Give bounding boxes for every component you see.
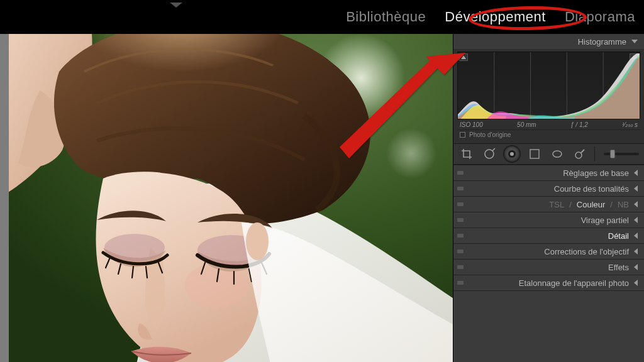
svg-line-31 <box>581 150 584 153</box>
hsl-tab-bw[interactable]: NB <box>618 200 629 209</box>
radial-filter-tool[interactable] <box>549 146 565 162</box>
svg-line-25 <box>492 148 495 151</box>
photo-canvas[interactable] <box>9 34 453 362</box>
panel-lens-label: Corrections de l'objectif <box>544 247 629 256</box>
panel-lens-corrections[interactable]: Corrections de l'objectif <box>453 244 644 259</box>
panel-effects-label: Effets <box>608 263 629 272</box>
chevron-left-icon <box>634 233 638 239</box>
svg-point-4 <box>386 128 436 178</box>
panel-switch-icon[interactable] <box>457 218 464 222</box>
panel-basic[interactable]: Règlages de base <box>453 165 644 180</box>
panel-split-toning-label: Virage partiel <box>581 216 629 225</box>
panel-tone-curve[interactable]: Courbe des tonalités <box>453 181 644 196</box>
panel-detail-label: Détail <box>608 231 629 241</box>
original-photo-checkbox[interactable] <box>460 132 465 138</box>
module-develop[interactable]: Développement <box>445 9 546 25</box>
panel-switch-icon[interactable] <box>457 171 464 175</box>
svg-point-19 <box>246 222 269 260</box>
local-adjustment-toolstrip <box>453 143 644 165</box>
panel-camera-calibration[interactable]: Etalonnage de l'appareil photo <box>453 275 644 290</box>
adjustment-brush-tool[interactable] <box>572 146 588 162</box>
module-slideshow[interactable]: Diaporama <box>565 9 635 25</box>
chevron-left-icon <box>634 217 638 223</box>
chevron-left-icon <box>634 248 638 255</box>
histogram-title: Histogramme <box>578 37 626 47</box>
panel-tone-curve-label: Courbe des tonalités <box>554 184 629 194</box>
svg-point-29 <box>553 151 562 157</box>
original-photo-label: Photo d'origine <box>469 131 511 138</box>
histogram-curves <box>458 52 640 119</box>
panel-split-toning[interactable]: Virage partiel <box>453 212 644 228</box>
svg-point-24 <box>485 150 494 158</box>
toolstrip-slider[interactable] <box>604 153 639 155</box>
exif-focal: 50 mm <box>517 121 536 128</box>
panel-switch-icon[interactable] <box>457 234 464 238</box>
svg-point-30 <box>575 152 582 158</box>
histogram-exif-row: ISO 100 50 mm ƒ / 1,2 ¹⁄₂₅₀ s <box>457 119 640 129</box>
canvas-frame <box>0 34 453 362</box>
chevron-left-icon <box>634 185 638 192</box>
panel-switch-icon[interactable] <box>457 250 464 253</box>
histogram-canvas[interactable] <box>457 52 640 119</box>
photo-illustration <box>9 34 453 362</box>
top-panel-collapse-indicator[interactable] <box>170 3 182 8</box>
develop-right-panel: Histogramme <box>453 34 644 362</box>
crop-tool[interactable] <box>458 146 475 162</box>
chevron-left-icon <box>634 264 638 270</box>
panel-switch-icon[interactable] <box>457 265 464 269</box>
exif-iso: ISO 100 <box>460 121 483 128</box>
chevron-left-icon <box>634 280 638 286</box>
original-photo-row[interactable]: Photo d'origine <box>457 129 640 142</box>
redeye-tool[interactable] <box>504 146 520 162</box>
toolstrip-divider <box>594 146 595 162</box>
slider-knob[interactable] <box>610 150 615 158</box>
svg-rect-28 <box>530 150 539 158</box>
workspace: Histogramme <box>0 34 644 362</box>
exif-shutter: ¹⁄₂₅₀ s <box>622 121 638 128</box>
spot-removal-tool[interactable] <box>481 146 497 162</box>
histogram-panel: Histogramme <box>453 34 644 165</box>
module-picker-bar: Bibliothèque Développement Diaporama <box>0 0 644 34</box>
panel-basic-label: Règlages de base <box>563 168 629 178</box>
svg-point-27 <box>510 152 514 156</box>
module-tabs: Bibliothèque Développement Diaporama <box>346 9 635 25</box>
panel-hsl[interactable]: TSL / Couleur / NB <box>453 197 644 212</box>
exif-aperture: ƒ / 1,2 <box>570 121 588 128</box>
chevron-down-icon <box>631 40 638 43</box>
panel-calibration-label: Etalonnage de l'appareil photo <box>519 278 629 288</box>
hsl-tab-color[interactable]: Couleur <box>577 200 606 209</box>
module-library[interactable]: Bibliothèque <box>346 9 426 25</box>
histogram-header[interactable]: Histogramme <box>453 34 644 49</box>
chevron-left-icon <box>634 201 638 207</box>
chevron-left-icon <box>634 170 638 176</box>
panel-detail[interactable]: Détail <box>453 228 644 243</box>
graduated-filter-tool[interactable] <box>526 146 543 162</box>
panel-switch-icon[interactable] <box>457 281 464 285</box>
panel-switch-icon[interactable] <box>457 202 464 206</box>
panel-switch-icon[interactable] <box>457 187 464 190</box>
hsl-tab-tsl[interactable]: TSL <box>549 200 564 209</box>
panel-effects[interactable]: Effets <box>453 260 644 275</box>
